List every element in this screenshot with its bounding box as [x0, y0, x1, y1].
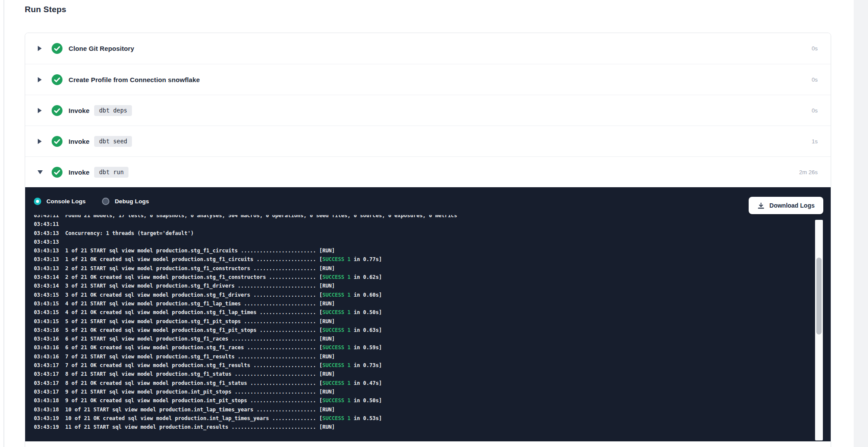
log-timestamp: 03:43:19: [34, 424, 59, 430]
log-line: 03:43:17 8 of 21 START sql view model pr…: [34, 370, 813, 378]
log-line: 03:43:17 9 of 21 START sql view model pr…: [34, 387, 813, 396]
log-timestamp: 03:43:13: [34, 248, 59, 254]
log-status-success: SUCCESS 1: [322, 309, 351, 315]
left-divider: [3, 0, 4, 447]
log-timestamp: 03:43:18: [34, 407, 59, 413]
log-status-success: SUCCESS 1: [322, 380, 351, 386]
step-title: Clone Git Repository: [69, 45, 134, 52]
success-check-icon: [52, 43, 62, 54]
log-timestamp: 03:43:17: [34, 389, 59, 395]
run-step-row[interactable]: Invokedbt run2m 26s: [25, 156, 831, 187]
log-timestamp: 03:43:14: [34, 274, 59, 280]
log-timestamp: 03:43:15: [34, 318, 59, 324]
step-duration: 0s: [812, 107, 818, 114]
log-timestamp: 03:43:14: [34, 283, 59, 289]
radio-unselected-icon[interactable]: [102, 198, 109, 205]
log-status-success: SUCCESS 1: [322, 274, 351, 280]
log-line: 03:43:11 Found 21 models, 17 tests, 0 sn…: [34, 215, 813, 220]
chevron-right-icon[interactable]: [37, 139, 43, 144]
log-lines: 03:43:11 Found 21 models, 17 tests, 0 sn…: [25, 215, 813, 431]
log-tab-label: Console Logs: [46, 198, 85, 205]
log-line: 03:43:14 3 of 21 START sql view model pr…: [34, 281, 813, 290]
console-log-output[interactable]: 03:43:11 Found 21 models, 17 tests, 0 sn…: [25, 215, 813, 435]
log-scrollbar-thumb[interactable]: [816, 258, 822, 334]
log-line: 03:43:16 5 of 21 OK created sql view mod…: [34, 326, 813, 334]
run-steps-card: Clone Git Repository0sCreate Profile fro…: [25, 33, 831, 447]
log-timestamp: 03:43:13: [34, 256, 59, 262]
log-scrollbar-track[interactable]: [815, 220, 823, 440]
log-line: 03:43:18 9 of 21 OK created sql view mod…: [34, 396, 813, 405]
log-timestamp: 03:43:13: [34, 265, 59, 272]
radio-selected-icon[interactable]: [34, 198, 41, 205]
log-line: 03:43:16 6 of 21 OK created sql view mod…: [34, 343, 813, 352]
step-duration: 2m 26s: [799, 169, 818, 175]
log-type-radio-group: Console LogsDebug Logs: [34, 187, 149, 215]
log-status-success: SUCCESS 1: [322, 397, 351, 404]
chevron-right-icon[interactable]: [37, 46, 43, 51]
log-line: 03:43:16 7 of 21 START sql view model pr…: [34, 352, 813, 361]
log-timestamp: 03:43:13: [34, 239, 59, 245]
run-step-row[interactable]: Invokedbt seed1s: [25, 126, 831, 156]
run-step-row[interactable]: Invokedbt deps0s: [25, 95, 831, 126]
radio-debug-logs[interactable]: Debug Logs: [102, 198, 149, 205]
download-icon: [757, 202, 765, 209]
log-status-success: SUCCESS 1: [322, 415, 351, 421]
log-line: 03:43:17 8 of 21 OK created sql view mod…: [34, 379, 813, 387]
log-status-success: SUCCESS 1: [322, 362, 351, 368]
step-title: Invoke: [69, 107, 89, 114]
radio-console-logs[interactable]: Console Logs: [34, 198, 85, 205]
log-timestamp: 03:43:16: [34, 354, 59, 360]
page-title: Run Steps: [25, 5, 66, 14]
chevron-down-icon[interactable]: [37, 170, 43, 175]
chevron-right-icon[interactable]: [37, 77, 43, 83]
log-line: 03:43:18 10 of 21 START sql view model p…: [34, 405, 813, 414]
log-line: 03:43:15 4 of 21 OK created sql view mod…: [34, 308, 813, 317]
log-timestamp: 03:43:13: [34, 230, 59, 236]
log-line: 03:43:13 2 of 21 START sql view model pr…: [34, 264, 813, 273]
log-timestamp: 03:43:17: [34, 371, 59, 377]
run-step-row[interactable]: Create Profile from Connection snowflake…: [25, 64, 831, 95]
success-check-icon: [52, 105, 62, 116]
log-timestamp: 03:43:15: [34, 292, 59, 298]
step-duration: 0s: [812, 76, 818, 83]
console-panel: Console LogsDebug Logs Download Logs 03:…: [25, 187, 831, 441]
log-timestamp: 03:43:18: [34, 397, 59, 404]
log-timestamp: 03:43:17: [34, 380, 59, 386]
log-line: 03:43:16 6 of 21 START sql view model pr…: [34, 334, 813, 343]
chevron-right-icon[interactable]: [37, 108, 43, 113]
log-timestamp: 03:43:16: [34, 327, 59, 333]
log-line: 03:43:19 10 of 21 OK created sql view mo…: [34, 414, 813, 423]
log-line: 03:43:15 3 of 21 OK created sql view mod…: [34, 291, 813, 299]
log-line: 03:43:19 11 of 21 START sql view model p…: [34, 423, 813, 431]
step-duration: 0s: [812, 45, 818, 52]
log-line: 03:43:13 Concurrency: 1 threads (target=…: [34, 229, 813, 238]
log-timestamp: 03:43:16: [34, 344, 59, 351]
log-timestamp: 03:43:15: [34, 309, 59, 315]
step-title: Invoke: [69, 169, 89, 176]
success-check-icon: [52, 136, 62, 147]
page-right-gutter: [854, 0, 868, 447]
log-line: 03:43:15 4 of 21 START sql view model pr…: [34, 299, 813, 308]
log-timestamp: 03:43:15: [34, 301, 59, 307]
log-timestamp: 03:43:19: [34, 415, 59, 421]
log-tab-label: Debug Logs: [115, 198, 149, 205]
step-duration: 1s: [812, 138, 818, 145]
log-timestamp: 03:43:16: [34, 336, 59, 342]
log-line: 03:43:13: [34, 238, 813, 246]
log-timestamp: 03:43:11: [34, 221, 59, 227]
log-status-success: SUCCESS 1: [322, 344, 351, 351]
log-status-success: SUCCESS 1: [322, 327, 351, 333]
log-line: 03:43:17 7 of 21 OK created sql view mod…: [34, 361, 813, 370]
log-timestamp: 03:43:11: [34, 215, 59, 219]
log-status-success: SUCCESS 1: [322, 256, 351, 262]
step-title: Create Profile from Connection snowflake: [69, 76, 200, 83]
step-title: Invoke: [69, 138, 89, 145]
log-status-success: SUCCESS 1: [322, 292, 351, 298]
download-logs-button[interactable]: Download Logs: [749, 197, 823, 214]
run-step-row[interactable]: Clone Git Repository0s: [25, 33, 831, 64]
log-line: 03:43:11: [34, 220, 813, 228]
log-line: 03:43:13 1 of 21 OK created sql view mod…: [34, 255, 813, 264]
run-steps-list: Clone Git Repository0sCreate Profile fro…: [25, 33, 831, 187]
success-check-icon: [52, 74, 62, 85]
step-command-badge: dbt run: [94, 167, 128, 178]
